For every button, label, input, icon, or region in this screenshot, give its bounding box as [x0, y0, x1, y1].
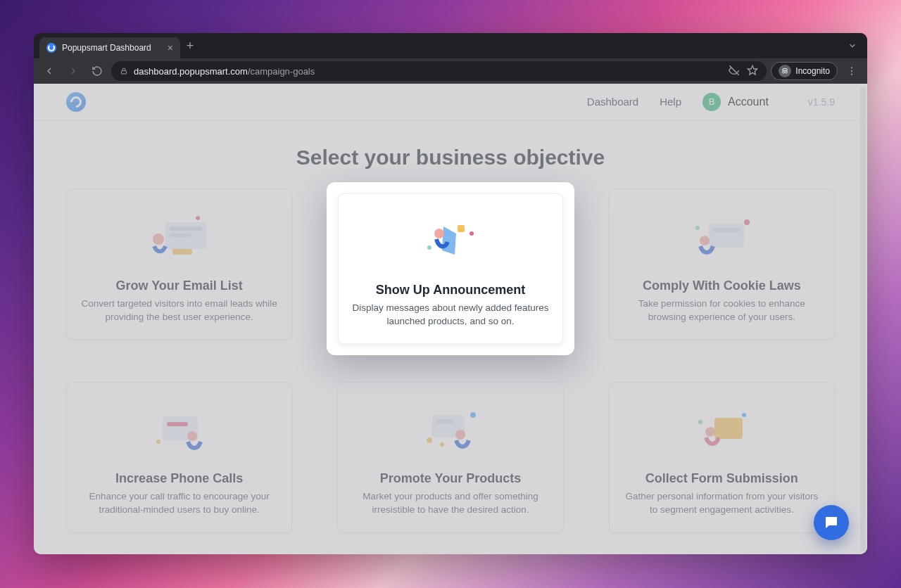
- svg-point-21: [744, 219, 750, 225]
- app-header: Dashboard Help B Account v1.5.9: [34, 84, 867, 120]
- card-desc: Take permission for cookies to enhance b…: [623, 298, 820, 324]
- nav-dashboard[interactable]: Dashboard: [587, 96, 638, 108]
- new-tab-button[interactable]: +: [180, 36, 200, 56]
- objective-card-form-submission[interactable]: Collect Form Submission Gather personal …: [609, 382, 835, 532]
- svg-point-26: [156, 440, 160, 444]
- address-bar[interactable]: dashboard.popupsmart.com/campaign-goals: [111, 61, 767, 81]
- svg-point-32: [440, 442, 444, 447]
- card-desc: Display messages about newly added featu…: [352, 302, 549, 328]
- star-icon[interactable]: [747, 65, 758, 78]
- tab-title: Popupsmart Dashboard: [62, 43, 162, 53]
- app-version: v1.5.9: [808, 96, 835, 108]
- svg-point-7: [851, 74, 852, 75]
- svg-point-30: [470, 412, 476, 418]
- nav-account[interactable]: B Account: [702, 93, 769, 111]
- svg-rect-19: [713, 228, 740, 232]
- incognito-label: Incognito: [795, 66, 830, 76]
- svg-rect-10: [170, 234, 191, 237]
- svg-point-34: [705, 427, 715, 437]
- url-text: dashboard.popupsmart.com/campaign-goals: [134, 66, 315, 77]
- overflow-menu-button[interactable]: [842, 61, 862, 81]
- browser-tab[interactable]: Popupsmart Dashboard ×: [39, 37, 180, 58]
- back-button[interactable]: [39, 61, 59, 81]
- account-label: Account: [728, 96, 769, 108]
- card-illustration-icon: [408, 401, 493, 460]
- reload-button[interactable]: [87, 61, 107, 81]
- avatar: B: [702, 93, 721, 111]
- forward-button[interactable]: [63, 61, 83, 81]
- favicon-icon: [46, 43, 56, 53]
- svg-rect-38: [458, 225, 465, 232]
- svg-point-37: [434, 229, 444, 238]
- svg-point-4: [786, 71, 788, 73]
- card-desc: Market your products and offer something…: [352, 490, 549, 516]
- card-illustration-icon: [679, 401, 764, 460]
- svg-point-22: [695, 226, 700, 230]
- svg-rect-11: [172, 249, 192, 255]
- card-desc: Enhance your call traffic to encourage y…: [81, 490, 278, 516]
- highlighted-objective: Show Up Announcement Display messages ab…: [327, 182, 574, 355]
- tabstrip: Popupsmart Dashboard × +: [34, 33, 867, 58]
- svg-marker-2: [748, 65, 757, 75]
- svg-point-39: [470, 231, 474, 236]
- toolbar: dashboard.popupsmart.com/campaign-goals …: [34, 58, 867, 84]
- svg-point-31: [427, 437, 432, 443]
- svg-rect-9: [170, 226, 202, 231]
- svg-rect-28: [436, 419, 453, 423]
- svg-point-6: [851, 70, 852, 72]
- app-nav: Dashboard Help B Account v1.5.9: [587, 93, 835, 111]
- card-illustration-icon: [408, 212, 493, 271]
- nav-help[interactable]: Help: [660, 96, 681, 108]
- incognito-icon: [779, 65, 791, 77]
- svg-point-13: [196, 216, 200, 220]
- svg-rect-24: [167, 422, 188, 426]
- incognito-indicator[interactable]: Incognito: [771, 62, 838, 80]
- svg-point-3: [783, 71, 785, 73]
- close-tab-button[interactable]: ×: [168, 42, 173, 53]
- page-viewport: Dashboard Help B Account v1.5.9 Select y…: [34, 84, 867, 554]
- card-title: Promote Your Products: [380, 471, 521, 486]
- objective-card-phone-calls[interactable]: Increase Phone Calls Enhance your call t…: [66, 382, 292, 532]
- svg-rect-0: [122, 71, 127, 75]
- card-illustration-icon: [137, 208, 222, 267]
- page-title: Select your business objective: [66, 146, 835, 170]
- svg-rect-18: [709, 224, 744, 248]
- svg-rect-33: [714, 418, 743, 439]
- card-illustration-icon: [679, 208, 764, 267]
- card-title: Collect Form Submission: [645, 471, 798, 486]
- card-title: Comply With Cookie Laws: [643, 279, 801, 293]
- svg-point-12: [153, 234, 164, 245]
- objective-card-cookie-laws[interactable]: Comply With Cookie Laws Take permission …: [609, 189, 835, 340]
- svg-point-5: [851, 67, 852, 68]
- chat-fab-button[interactable]: [814, 505, 849, 540]
- tabs-menu-button[interactable]: [843, 41, 862, 51]
- svg-point-29: [455, 430, 465, 440]
- svg-point-40: [427, 245, 431, 250]
- app-logo-icon[interactable]: [66, 92, 86, 112]
- card-title: Increase Phone Calls: [115, 471, 243, 486]
- svg-point-25: [187, 431, 197, 441]
- objective-card-announcement-highlighted[interactable]: Show Up Announcement Display messages ab…: [338, 193, 563, 344]
- card-desc: Gather personal information from your vi…: [623, 490, 820, 516]
- svg-point-36: [698, 420, 702, 424]
- card-illustration-icon: [137, 401, 222, 460]
- objective-card-email-list[interactable]: Grow Your Email List Convert targeted vi…: [66, 189, 292, 340]
- eye-off-icon[interactable]: [729, 65, 740, 78]
- card-title: Grow Your Email List: [115, 279, 242, 293]
- card-title: Show Up Announcement: [376, 283, 525, 298]
- lock-icon: [120, 67, 128, 75]
- card-desc: Convert targeted visitors into email lea…: [81, 298, 278, 324]
- objective-card-promote-products[interactable]: Promote Your Products Market your produc…: [337, 382, 563, 532]
- svg-point-20: [700, 236, 710, 245]
- browser-window: Popupsmart Dashboard × + dashboard.popup…: [34, 33, 867, 554]
- svg-point-35: [742, 413, 746, 417]
